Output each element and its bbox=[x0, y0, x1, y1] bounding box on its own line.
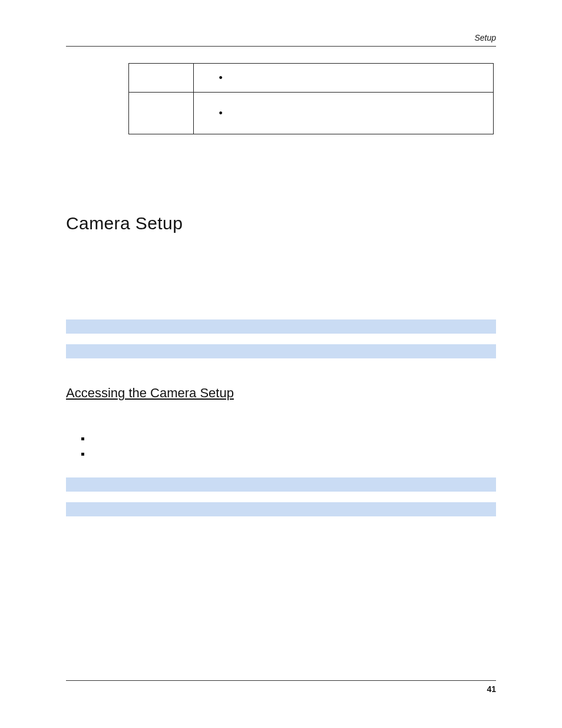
note-band bbox=[66, 502, 496, 516]
steps-list bbox=[81, 433, 496, 463]
page-footer: 41 bbox=[66, 680, 496, 694]
heading-accessing-camera-setup: Accessing the Camera Setup bbox=[66, 386, 496, 401]
note-band bbox=[66, 319, 496, 334]
table-cell-label bbox=[129, 93, 194, 134]
table-cell-content: • bbox=[194, 64, 494, 93]
settings-table: • • bbox=[128, 63, 494, 134]
settings-table-grid: • • bbox=[128, 63, 494, 134]
bullet-icon: • bbox=[219, 73, 493, 83]
header-section-label: Setup bbox=[474, 33, 496, 42]
bullet-icon: • bbox=[219, 108, 493, 118]
note-block-top bbox=[66, 319, 496, 358]
list-item bbox=[81, 448, 496, 463]
table-cell-label bbox=[129, 64, 194, 93]
note-band bbox=[66, 344, 496, 358]
note-block-mid bbox=[66, 477, 496, 516]
page-number: 41 bbox=[487, 684, 496, 694]
page-header: Setup bbox=[66, 34, 496, 47]
table-cell-content: • bbox=[194, 93, 494, 134]
page: Setup • • Camera Setup Accessing bbox=[0, 0, 562, 728]
table-row: • bbox=[129, 93, 494, 134]
table-row: • bbox=[129, 64, 494, 93]
note-band bbox=[66, 477, 496, 492]
list-item bbox=[81, 433, 496, 448]
heading-camera-setup: Camera Setup bbox=[66, 213, 496, 233]
